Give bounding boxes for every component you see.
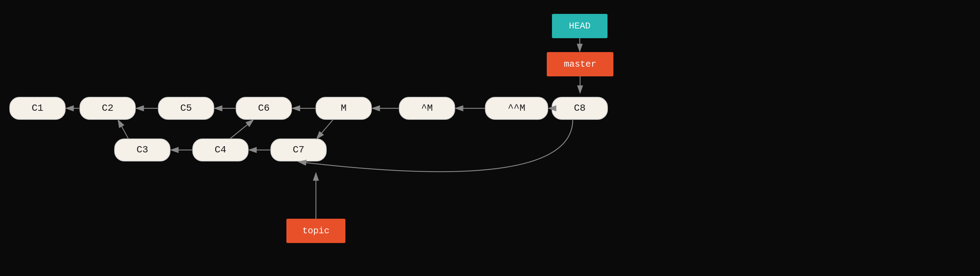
svg-text:C8: C8 [574,103,585,113]
svg-text:^M: ^M [421,103,433,113]
topic-label: topic [302,226,329,236]
head-label: HEAD [569,21,590,31]
svg-text:C4: C4 [215,144,226,155]
svg-text:C7: C7 [293,144,304,155]
svg-rect-1 [0,0,980,276]
svg-text:C5: C5 [180,103,192,113]
svg-text:^^M: ^^M [508,103,525,113]
svg-text:C2: C2 [102,103,113,113]
master-label: master [564,59,597,69]
svg-text:C1: C1 [32,103,43,113]
svg-text:C6: C6 [258,103,270,113]
svg-text:C3: C3 [137,144,148,155]
svg-text:M: M [341,103,347,113]
git-graph-svg: HEAD master topic C1 C2 C5 C6 [0,0,980,276]
diagram-container: HEAD master topic C1 C2 C5 C6 [0,0,980,276]
